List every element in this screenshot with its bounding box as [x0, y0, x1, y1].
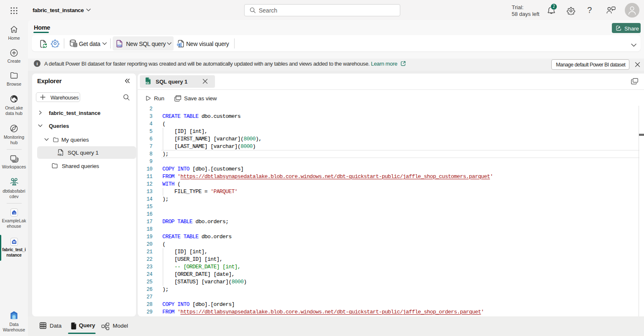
svg-text:SQL: SQL	[58, 153, 63, 156]
svg-text:SQL: SQL	[145, 81, 150, 84]
svg-text:SQL: SQL	[117, 44, 123, 47]
